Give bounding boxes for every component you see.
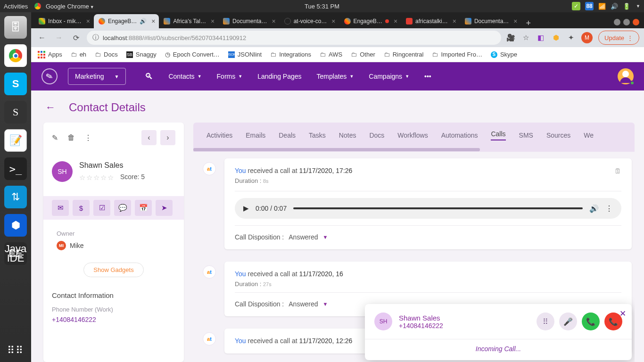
app-logo[interactable]	[40, 66, 59, 86]
launcher-sublime[interactable]: S	[4, 101, 27, 123]
bm-integrations[interactable]: 🗀Integrations	[270, 51, 311, 58]
email-action-icon[interactable]: ✉	[52, 200, 69, 216]
launcher-hex[interactable]: ⬢	[4, 214, 27, 237]
task-action-icon[interactable]: ☑	[93, 200, 110, 216]
nav-forms[interactable]: Forms▼	[217, 73, 243, 80]
nav-contacts[interactable]: Contacts▼	[168, 73, 201, 80]
close-icon[interactable]: ✕	[619, 309, 626, 319]
call-disposition[interactable]: Call Disposition : Answered▼	[235, 233, 621, 241]
battery-icon[interactable]: 🔋	[623, 3, 630, 10]
tab-more-cut[interactable]: We	[584, 132, 594, 139]
extension-icon-2[interactable]: ⬢	[551, 33, 561, 42]
camera-icon[interactable]: 🎥	[506, 33, 515, 42]
launcher-apps[interactable]: ⠿⠿	[4, 339, 27, 362]
close-icon[interactable]: ×	[331, 17, 335, 25]
audio-track[interactable]	[293, 207, 583, 209]
tab-inbox[interactable]: Inbox - mik…×	[34, 14, 94, 28]
tray-app-icon[interactable]: 88	[585, 2, 594, 10]
bm-docs[interactable]: 🗀Docs	[95, 51, 118, 58]
close-icon[interactable]: ×	[211, 17, 215, 25]
bm-ringcentral[interactable]: 🗀Ringcentral	[384, 51, 424, 58]
caller-name[interactable]: Shawn Sales	[399, 314, 443, 322]
bm-imported[interactable]: 🗀Imported Fro…	[432, 51, 482, 58]
profile-avatar[interactable]: M	[581, 32, 593, 43]
close-icon[interactable]: ×	[86, 17, 90, 25]
send-action-icon[interactable]: ➤	[156, 200, 173, 216]
search-icon[interactable]: 🔍︎	[145, 72, 153, 82]
close-icon[interactable]: ×	[513, 17, 517, 25]
tab-notes[interactable]: Notes	[339, 132, 356, 139]
launcher-ide[interactable]: Java EEIDE	[4, 242, 27, 265]
launcher-skype[interactable]: S	[4, 73, 27, 95]
bm-other[interactable]: 🗀Other	[351, 51, 375, 58]
tab-docs-1[interactable]: Documenta…×	[218, 14, 280, 28]
tab-automations[interactable]: Automations	[441, 132, 478, 139]
phone-value[interactable]: +14084146222	[52, 316, 175, 323]
show-gadgets-button[interactable]: Show Gadgets	[83, 263, 143, 277]
bm-aws[interactable]: 🗀AWS	[320, 51, 342, 58]
activities-menu[interactable]: Activities	[4, 3, 28, 10]
tab-engagebay-active[interactable]: EngageB…🔊×	[94, 14, 159, 28]
back-arrow[interactable]: ←	[45, 101, 56, 114]
info-icon[interactable]: ⓘ	[92, 33, 99, 42]
workspace-select[interactable]: Marketing▼	[68, 68, 126, 85]
update-button[interactable]: Update⋮	[598, 31, 639, 45]
close-window-button[interactable]	[633, 19, 639, 25]
back-button[interactable]: ←	[36, 32, 48, 44]
tab-emails[interactable]: Emails	[246, 132, 265, 139]
bm-jsonlint[interactable]: JSONJSONlint	[228, 51, 262, 58]
bm-skype[interactable]: SSkype	[491, 51, 517, 58]
owner-value[interactable]: MI Mike	[57, 241, 171, 250]
schedule-action-icon[interactable]: 📅	[135, 200, 152, 216]
bookmark-star-icon[interactable]: ☆	[521, 33, 530, 42]
calendar-icon[interactable]: 🗓	[614, 167, 621, 175]
bm-apps[interactable]: Apps	[38, 51, 62, 58]
tab-github[interactable]: at-voice-co…×	[280, 14, 339, 28]
launcher-files[interactable]: 🗄	[4, 16, 27, 39]
launcher-transfers[interactable]: ⇅	[4, 186, 27, 208]
tab-africastalking[interactable]: Africa's Tal…×	[159, 14, 218, 28]
tab-sources[interactable]: Sources	[546, 132, 570, 139]
tab-scrollbar[interactable]	[193, 148, 635, 152]
tab-docs-2[interactable]: Documenta…×	[460, 14, 521, 28]
delete-icon[interactable]: 🗑	[67, 133, 75, 142]
extensions-puzzle-icon[interactable]: ✦	[566, 33, 576, 42]
minimize-button[interactable]	[614, 19, 620, 25]
close-icon[interactable]: ×	[453, 17, 456, 25]
launcher-terminal[interactable]: >_	[4, 157, 27, 180]
launcher-chrome[interactable]	[4, 44, 27, 67]
wifi-icon[interactable]: 📶	[598, 3, 606, 10]
more-icon[interactable]: ⋮	[84, 133, 92, 142]
bm-epoch[interactable]: ◷Epoch Convert…	[165, 51, 220, 58]
tray-ok-icon[interactable]: ✓	[572, 2, 580, 10]
tab-tasks[interactable]: Tasks	[309, 132, 326, 139]
tab-activities[interactable]: Activities	[206, 132, 232, 139]
caller-number[interactable]: +14084146222	[399, 322, 443, 329]
bm-snaggy[interactable]: SBSnaggy	[126, 51, 157, 58]
dialpad-button[interactable]: ⠿	[537, 313, 554, 330]
volume-icon[interactable]: 🔊	[611, 3, 618, 10]
mute-button[interactable]: 🎤	[559, 313, 577, 330]
answer-button[interactable]: 📞	[582, 313, 600, 330]
star-rating[interactable]: ☆☆☆☆☆	[79, 173, 115, 182]
nav-campaigns[interactable]: Campaigns▼	[369, 73, 409, 80]
tab-sms[interactable]: SMS	[519, 132, 533, 139]
forward-button[interactable]: →	[53, 32, 65, 44]
volume-icon[interactable]: 🔊	[589, 204, 599, 213]
reload-button[interactable]: ⟳	[70, 32, 82, 44]
deal-action-icon[interactable]: $	[73, 200, 90, 216]
url-field[interactable]: ⓘ localhost:8888/#list/0/subscriber/5620…	[87, 31, 501, 45]
system-menu-caret[interactable]: ▼	[636, 4, 640, 8]
tab-docs[interactable]: Docs	[369, 132, 384, 139]
close-icon[interactable]: ×	[272, 17, 275, 25]
clock[interactable]: Tue 5:31 PM	[305, 3, 339, 10]
nav-more[interactable]: •••	[424, 73, 431, 80]
user-avatar[interactable]	[618, 68, 634, 84]
close-icon[interactable]: ×	[151, 17, 155, 25]
tab-africastalking-2[interactable]: africastalki…×	[401, 14, 460, 28]
prev-contact-button[interactable]: ‹	[141, 130, 157, 145]
maximize-button[interactable]	[623, 19, 630, 25]
tab-workflows[interactable]: Workflows	[397, 132, 428, 139]
audio-player[interactable]: ▶ 0:00 / 0:07 🔊 ⋮	[235, 198, 621, 219]
play-icon[interactable]: ▶	[243, 204, 249, 213]
